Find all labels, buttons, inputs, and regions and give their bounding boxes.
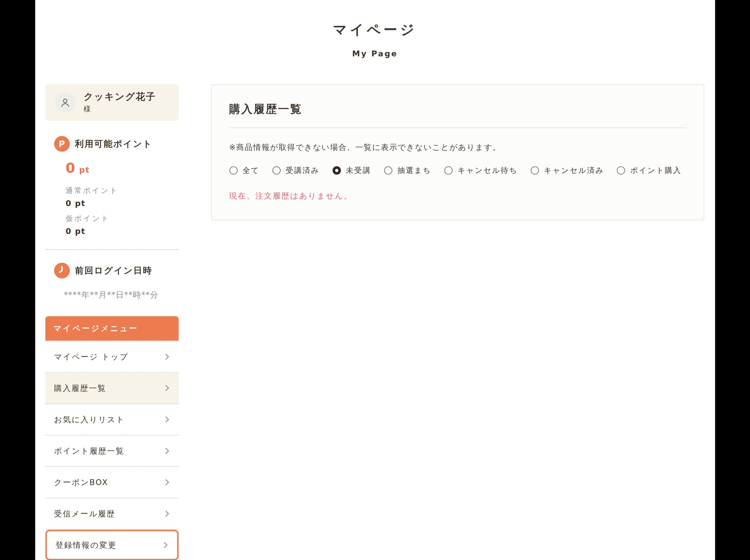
user-card: クッキング花子 様 (45, 84, 179, 121)
radio-indicator (384, 166, 392, 175)
radio-indicator (272, 166, 281, 175)
menu-row: 受信メール履歴 (45, 498, 179, 530)
sidebar-item-edit-registration[interactable]: 登録情報の変更 (45, 530, 179, 560)
points-total-value: 0 (66, 160, 75, 176)
purchase-history-panel: 購入履歴一覧 ※商品情報が取得できない場合、一覧に表示できないことがあります。 … (211, 84, 704, 220)
sidebar: クッキング花子 様 P 利用可能ポイント 0pt 通常ポイント 0 pt 仮ポイ… (45, 84, 179, 560)
normal-points-label: 通常ポイント (66, 186, 179, 195)
filter-radio-all[interactable]: 全て (229, 165, 260, 175)
filter-radio-cancelled[interactable]: キャンセル済み (531, 165, 604, 175)
chevron-right-icon (163, 416, 169, 422)
clock-icon (54, 263, 70, 278)
menu-row: 購入履歴一覧 (45, 373, 179, 404)
filter-label: ポイント購入 (630, 165, 682, 175)
page-title: マイページ (35, 23, 715, 36)
chevron-right-icon (163, 511, 169, 517)
chevron-right-icon (161, 542, 167, 548)
menu-header: マイページメニュー (45, 316, 179, 340)
radio-indicator (444, 166, 453, 175)
user-name: クッキング花子 (84, 91, 156, 102)
last-login-section: 前回ログイン日時 ****年**月**日**時**分 (45, 263, 179, 300)
sidebar-item-label: ポイント履歴一覧 (54, 446, 125, 456)
radio-indicator (531, 166, 539, 175)
sidebar-item-purchase-history[interactable]: 購入履歴一覧 (45, 373, 179, 403)
radio-indicator (617, 166, 625, 175)
panel-rule (229, 128, 686, 128)
filter-radio-point-purchase[interactable]: ポイント購入 (617, 165, 682, 175)
sidebar-item-label: お気に入りリスト (54, 414, 125, 425)
last-login-value: ****年**月**日**時**分 (64, 289, 179, 300)
avatar (55, 92, 76, 113)
mypage-menu: マイページメニュー マイページ トップ 購入履歴一覧 (45, 316, 179, 560)
filter-label: 未受講 (346, 165, 371, 175)
chevron-right-icon (163, 448, 169, 454)
points-heading: 利用可能ポイント (75, 138, 153, 150)
temporary-points-label: 仮ポイント (66, 213, 179, 223)
chevron-right-icon (163, 354, 169, 360)
sidebar-item-mypage-top[interactable]: マイページ トップ (45, 341, 179, 372)
my-page: マイページ My Page クッキング花子 様 P (35, 0, 715, 560)
content-area: クッキング花子 様 P 利用可能ポイント 0pt 通常ポイント 0 pt 仮ポイ… (35, 84, 715, 560)
menu-list: マイページ トップ 購入履歴一覧 お気に入りリスト (45, 340, 179, 560)
filter-label: キャンセル済み (544, 165, 604, 175)
panel-title: 購入履歴一覧 (229, 102, 686, 117)
person-icon (59, 97, 71, 109)
menu-row: 登録情報の変更 (45, 530, 179, 560)
points-section: P 利用可能ポイント 0pt 通常ポイント 0 pt 仮ポイント 0 pt (45, 136, 179, 236)
menu-row: マイページ トップ (45, 341, 179, 373)
temporary-points-value: 0 pt (66, 227, 179, 236)
point-badge-icon: P (54, 136, 70, 152)
radio-indicator (229, 166, 238, 175)
normal-points-value: 0 pt (66, 199, 179, 208)
user-honorific: 様 (84, 104, 156, 113)
sidebar-item-label: 購入履歴一覧 (54, 383, 106, 393)
menu-row: お気に入りリスト (45, 404, 179, 436)
status-filter-group: 全て 受講済み 未受講 抽選まち (229, 165, 686, 175)
sidebar-divider (45, 249, 179, 250)
menu-row: クーポンBOX (45, 467, 179, 498)
last-login-heading: 前回ログイン日時 (75, 265, 153, 277)
points-total: 0pt (66, 160, 179, 176)
sidebar-item-label: 受信メール履歴 (54, 509, 116, 519)
points-heading-row: P 利用可能ポイント (45, 136, 179, 152)
sidebar-item-received-mail[interactable]: 受信メール履歴 (45, 498, 179, 529)
points-breakdown: 通常ポイント 0 pt 仮ポイント 0 pt (66, 186, 179, 236)
last-login-heading-row: 前回ログイン日時 (45, 263, 179, 278)
radio-indicator-checked (333, 166, 341, 175)
chevron-right-icon (163, 479, 169, 485)
page-header: マイページ My Page (35, 0, 715, 58)
filter-radio-not-attended[interactable]: 未受講 (333, 165, 371, 175)
filter-label: 抽選まち (397, 165, 431, 175)
filter-label: 全て (243, 165, 260, 175)
panel-note: ※商品情報が取得できない場合、一覧に表示できないことがあります。 (229, 142, 686, 152)
user-info: クッキング花子 様 (84, 91, 156, 113)
sidebar-item-coupon-box[interactable]: クーポンBOX (45, 467, 179, 498)
sidebar-item-label: マイページ トップ (54, 352, 129, 362)
filter-radio-attended[interactable]: 受講済み (272, 165, 320, 175)
filter-label: キャンセル待ち (458, 165, 518, 175)
filter-label: 受講済み (286, 165, 320, 175)
filter-radio-cancel-waitlist[interactable]: キャンセル待ち (444, 165, 518, 175)
chevron-right-icon (163, 385, 169, 391)
sidebar-item-favorites[interactable]: お気に入りリスト (45, 404, 179, 435)
menu-row: ポイント履歴一覧 (45, 436, 179, 467)
sidebar-item-point-history[interactable]: ポイント履歴一覧 (45, 436, 179, 466)
main-content: 購入履歴一覧 ※商品情報が取得できない場合、一覧に表示できないことがあります。 … (211, 84, 704, 220)
sidebar-item-label: 登録情報の変更 (56, 540, 117, 551)
empty-order-message: 現在、注文履歴はありません。 (229, 191, 686, 201)
sidebar-item-label: クーポンBOX (54, 477, 108, 488)
filter-radio-lottery-pending[interactable]: 抽選まち (384, 165, 431, 175)
points-total-unit: pt (79, 165, 90, 174)
page-subtitle: My Page (35, 50, 715, 58)
